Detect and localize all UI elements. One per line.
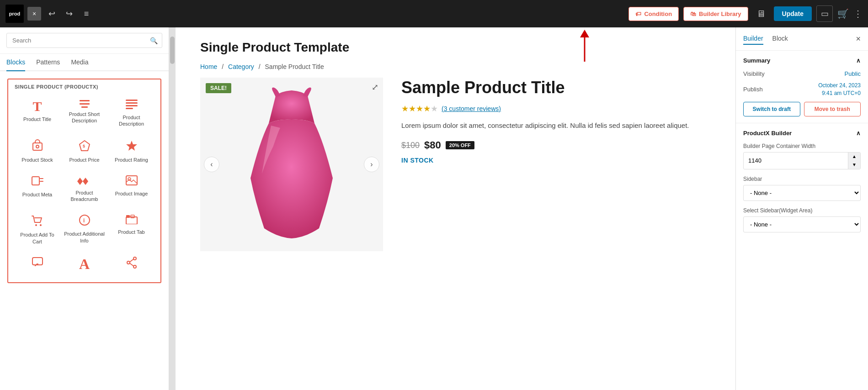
tab-builder[interactable]: Builder [743, 33, 763, 45]
product-image [241, 87, 342, 242]
svg-point-21 [133, 257, 136, 260]
breadcrumb-home[interactable]: Home [200, 63, 219, 70]
block-item-product-title[interactable]: T Product Title [15, 95, 60, 131]
more-options-button[interactable]: ⋮ [853, 8, 863, 19]
block-item-product-description[interactable]: Product Description [109, 95, 154, 131]
tab-blocks[interactable]: Blocks [6, 54, 25, 71]
toolbar-right: 🏷 Condition 🛍 Builder Library 🖥 Update ▭… [628, 5, 863, 22]
sidebar-toggle-button[interactable]: ▭ [816, 5, 833, 22]
update-button[interactable]: Update [774, 6, 812, 21]
breadcrumb: Home / Category / Sample Product Title [176, 63, 735, 78]
builder-library-button[interactable]: 🛍 Builder Library [683, 7, 748, 21]
breadcrumb-current: Sample Product Title [265, 63, 324, 70]
switch-to-draft-button[interactable]: Switch to draft [743, 102, 800, 116]
tab-block[interactable]: Block [772, 33, 788, 45]
redo-button[interactable]: ↪ [62, 7, 76, 21]
monitor-button[interactable]: 🖥 [753, 5, 769, 22]
container-width-field: Builder Page Container Width ▲ ▼ [743, 143, 861, 169]
visibility-value[interactable]: Public [845, 70, 861, 77]
product-title-icon: T [32, 100, 42, 113]
select-sidebar-field: Select Sidebar(Widget Area) - None - [743, 207, 861, 239]
product-image-container: SALE! ⤢ ‹ [200, 78, 383, 251]
next-image-button[interactable]: › [364, 157, 379, 172]
close-button[interactable]: × [27, 7, 41, 21]
share-icon [126, 257, 138, 270]
tab-patterns[interactable]: Patterns [36, 54, 60, 71]
block-label-product-additional-info: Product Additional Info [64, 231, 105, 244]
block-item-product-image[interactable]: Product Image [109, 170, 154, 206]
block-item-14[interactable]: A [62, 252, 107, 278]
star-rating: ★★★★★ [401, 104, 438, 114]
product-additional-info-icon: i [79, 214, 91, 228]
svg-marker-9 [77, 178, 83, 185]
publish-date-value[interactable]: October 24, 2023 9:41 am UTC+0 [818, 82, 861, 97]
productx-collapse-icon[interactable]: ∧ [856, 130, 861, 137]
svg-point-5 [36, 145, 39, 148]
right-panel-close-button[interactable]: × [856, 34, 861, 44]
select-sidebar-select[interactable]: - None - [743, 216, 861, 232]
publish-label: Publish [743, 86, 763, 93]
block-item-product-stock[interactable]: Product Stock [15, 135, 60, 167]
chat-icon [32, 257, 43, 269]
tab-media[interactable]: Media [71, 54, 88, 71]
block-label-product-stock: Product Stock [21, 157, 53, 163]
block-label-product-breadcrumb: Product Breadcrumb [64, 190, 105, 203]
decrement-button[interactable]: ▼ [848, 161, 860, 169]
block-label-product-title: Product Title [23, 116, 51, 122]
breadcrumb-sep-1: / [222, 63, 225, 70]
block-item-product-meta[interactable]: Product Meta [15, 170, 60, 206]
product-image-icon [125, 175, 138, 188]
condition-icon: 🏷 [635, 11, 641, 17]
svg-rect-3 [126, 108, 133, 109]
svg-text:$: $ [83, 144, 85, 148]
sidebar-select[interactable]: - None - [743, 185, 861, 201]
block-item-product-tab[interactable]: Product Tab [109, 210, 154, 248]
product-title: Sample Product Title [401, 78, 717, 97]
scroll-indicator[interactable] [169, 27, 176, 390]
cart-button[interactable]: 🛒 [837, 8, 849, 19]
block-label-product-image: Product Image [115, 190, 148, 197]
list-icon: ≡ [84, 9, 89, 19]
svg-point-22 [127, 261, 130, 264]
search-input[interactable] [6, 33, 162, 48]
svg-rect-0 [126, 100, 138, 101]
svg-rect-8 [32, 177, 39, 185]
list-view-button[interactable]: ≡ [80, 7, 93, 21]
product-price-icon: $ [78, 139, 91, 154]
breadcrumb-category[interactable]: Category [228, 63, 256, 70]
move-to-trash-button[interactable]: Move to trash [804, 102, 861, 116]
block-item-product-rating[interactable]: Product Rating [109, 135, 154, 167]
condition-button[interactable]: 🏷 Condition [628, 7, 679, 21]
block-label-product-short-desc: Product Short Description [64, 111, 105, 124]
review-count[interactable]: (3 customer reviews) [442, 105, 501, 112]
select-sidebar-label: Select Sidebar(Widget Area) [743, 207, 861, 214]
container-width-input[interactable] [744, 154, 848, 167]
block-item-product-breadcrumb[interactable]: Product Breadcrumb [62, 170, 107, 206]
product-description-icon [126, 100, 138, 111]
price-new: $80 [424, 139, 441, 151]
svg-text:i: i [83, 217, 85, 224]
block-item-product-price[interactable]: $ Product Price [62, 135, 107, 167]
increment-button[interactable]: ▲ [848, 153, 860, 161]
prev-image-button[interactable]: ‹ [204, 157, 219, 172]
expand-icon[interactable]: ⤢ [372, 82, 378, 92]
redo-icon: ↪ [66, 9, 73, 19]
block-item-product-add-to-cart[interactable]: Product Add To Cart [15, 210, 60, 248]
block-item-15[interactable] [109, 252, 154, 278]
product-tab-icon [125, 214, 138, 226]
text-a-icon: A [79, 257, 90, 271]
block-item-13[interactable] [15, 252, 60, 278]
discount-badge: 20% OFF [446, 141, 474, 149]
panel-label: SINGLE PRODUCT (PRODUCTX) [15, 84, 154, 90]
undo-button[interactable]: ↩ [45, 7, 59, 21]
breadcrumb-sep-2: / [259, 63, 262, 70]
svg-rect-2 [126, 105, 138, 106]
container-width-input-row: ▲ ▼ [743, 152, 861, 169]
block-item-product-additional-info[interactable]: i Product Additional Info [62, 210, 107, 248]
block-item-product-short-desc[interactable]: Product Short Description [62, 95, 107, 131]
right-panel: Builder Block × Summary ∧ Visibility Pub… [735, 27, 868, 390]
container-width-stepper: ▲ ▼ [848, 153, 860, 169]
sidebar-field: Sidebar - None - [743, 176, 861, 207]
collapse-icon[interactable]: ∧ [856, 57, 861, 64]
close-icon: × [856, 34, 861, 43]
